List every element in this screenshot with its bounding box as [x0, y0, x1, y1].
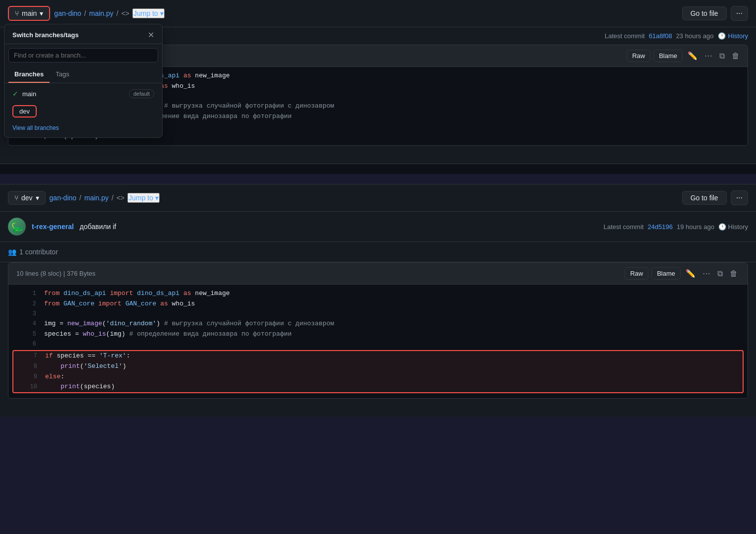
top-toolbar: ⑂ main ▾ gan-dino / main.py / <> Jump to…	[0, 0, 756, 27]
chevron-down-icon: ▾	[40, 9, 43, 17]
dropdown-title: Switch branches/tags	[12, 31, 79, 39]
branch-selector-main[interactable]: ⑂ main ▾	[8, 6, 50, 21]
file-link[interactable]: main.py	[89, 9, 114, 17]
line-1-bot: 1 from dino_ds_api import dino_ds_api as…	[8, 289, 748, 299]
line-4-bot: 4 img = new_image('dino_random') # выгру…	[8, 319, 748, 329]
code-symbol-2: <>	[116, 194, 124, 202]
jump-to-btn-top[interactable]: Jump to ▾	[132, 8, 165, 18]
raw-btn-top[interactable]: Raw	[627, 50, 650, 62]
tab-tags[interactable]: Tags	[50, 66, 75, 83]
branch-icon: ⑂	[15, 9, 19, 17]
repo-link[interactable]: gan-dino	[54, 9, 81, 17]
history-btn-top[interactable]: 🕐 History	[718, 32, 748, 40]
commit-time-bottom: 19 hours ago	[677, 223, 714, 231]
repo-link-2[interactable]: gan-dino	[50, 194, 77, 202]
jump-chevron-icon-2: ▾	[155, 194, 159, 202]
code-symbol: <>	[121, 9, 129, 17]
history-clock-icon-2: 🕐	[718, 223, 726, 231]
contributor-count: 1 contributor	[19, 248, 58, 256]
blame-btn-top[interactable]: Blame	[653, 50, 683, 62]
branch-item-dev: dev	[4, 102, 162, 120]
history-label-bottom: History	[728, 223, 748, 231]
branch-icon-2: ⑂	[14, 194, 18, 202]
line-10-bot: 10 print(species)	[13, 382, 743, 392]
dropdown-tabs: Branches Tags	[4, 66, 162, 83]
more-btn-top[interactable]: ···	[731, 6, 748, 21]
line-5-bot: 5 species = who_is(img) # определение ви…	[8, 329, 748, 340]
line-6-bot: 6	[8, 340, 748, 349]
breadcrumb-top: gan-dino / main.py / <> Jump to ▾	[54, 8, 164, 18]
go-to-file-btn-bottom[interactable]: Go to file	[682, 191, 727, 205]
history-clock-icon: 🕐	[718, 32, 726, 40]
branch-search-input[interactable]	[8, 48, 158, 62]
line-3-bot: 3	[8, 309, 748, 319]
highlighted-code-block: 7 if species == 'T-rex': 8 print('Select…	[12, 350, 744, 393]
sep4: /	[112, 194, 114, 202]
file-link-2[interactable]: main.py	[84, 194, 109, 202]
line-8-bot: 8 print('Selectel')	[13, 361, 743, 372]
default-badge: default	[129, 89, 154, 98]
toolbar-right-top: Go to file ···	[682, 6, 748, 21]
file-size: 376 Bytes	[67, 270, 96, 277]
blame-btn-bottom[interactable]: Blame	[651, 267, 681, 280]
latest-commit-label-top: Latest commit	[605, 32, 645, 40]
contributor-bar: 👥 1 contributor	[0, 242, 756, 262]
edit-icon-bottom[interactable]: ✏️	[684, 267, 698, 280]
copy-icon-top[interactable]: ⧉	[717, 50, 727, 62]
bottom-section: ⑂ dev ▾ gan-dino / main.py / <> Jump to …	[0, 184, 756, 416]
commit-info-bar: 🦕 t-rex-general добавили if Latest commi…	[0, 212, 756, 242]
dropdown-close-btn[interactable]: ✕	[148, 30, 154, 40]
commit-hash-top[interactable]: 61a8f08	[649, 32, 672, 40]
chevron-down-icon-2: ▾	[36, 194, 39, 202]
more-code-icon-top[interactable]: ⋯	[702, 49, 714, 62]
jump-to-btn-bottom[interactable]: Jump to ▾	[127, 193, 160, 203]
more-btn-bottom[interactable]: ···	[731, 190, 748, 205]
branch-name-dev: dev	[21, 194, 33, 202]
sep1: /	[84, 9, 86, 17]
code-actions: Raw Blame ✏️ ⋯ ⧉ 🗑	[625, 267, 740, 280]
commit-author[interactable]: t-rex-general	[32, 223, 74, 231]
branch-name-main: ✓ main	[12, 90, 36, 98]
avatar: 🦕	[8, 218, 26, 236]
top-section: ⑂ main ▾ gan-dino / main.py / <> Jump to…	[0, 0, 756, 164]
jump-to-label-2: Jump to	[128, 194, 153, 202]
sep2: /	[116, 9, 118, 17]
tab-branches[interactable]: Branches	[8, 66, 50, 83]
branch-selector-dev[interactable]: ⑂ dev ▾	[8, 191, 46, 205]
contributor-icon: 👥	[8, 248, 16, 256]
view-all-branches-link[interactable]: View all branches	[4, 120, 162, 135]
bottom-toolbar: ⑂ dev ▾ gan-dino / main.py / <> Jump to …	[0, 184, 756, 212]
delete-icon-bottom[interactable]: 🗑	[728, 267, 740, 280]
commit-message: добавили if	[80, 223, 116, 231]
edit-icon-top[interactable]: ✏️	[686, 49, 699, 62]
dropdown-branch-list: ✓ main default dev View all branches	[4, 83, 162, 137]
file-info-bar: 10 lines (8 sloc) | 376 Bytes Raw Blame …	[8, 263, 748, 285]
branch-item-main[interactable]: ✓ main default	[4, 85, 162, 102]
commit-hash-bottom[interactable]: 24d5196	[647, 223, 673, 231]
copy-icon-bottom[interactable]: ⧉	[715, 267, 725, 280]
line-2-bot: 2 from GAN_core import GAN_core as who_i…	[8, 299, 748, 309]
toolbar-right-bottom: Go to file ···	[682, 190, 748, 205]
branch-name: main	[22, 9, 37, 17]
section-divider	[0, 164, 756, 174]
dropdown-header: Switch branches/tags ✕	[4, 24, 162, 44]
jump-chevron-icon: ▾	[160, 9, 164, 17]
delete-icon-top[interactable]: 🗑	[730, 50, 742, 62]
file-stats: 10 lines (8 sloc) | 376 Bytes	[16, 270, 96, 277]
more-code-icon-bottom[interactable]: ⋯	[700, 267, 712, 280]
dev-badge[interactable]: dev	[12, 105, 37, 118]
code-lines-bottom: 1 from dino_ds_api import dino_ds_api as…	[8, 285, 748, 398]
sep3: /	[79, 194, 81, 202]
breadcrumb-bottom: gan-dino / main.py / <> Jump to ▾	[50, 193, 160, 203]
go-to-file-btn-top[interactable]: Go to file	[682, 6, 727, 20]
file-lines: 10 lines (8 sloc)	[16, 270, 61, 277]
raw-btn-bottom[interactable]: Raw	[625, 267, 648, 280]
check-icon: ✓	[12, 90, 18, 98]
branch-dropdown: Switch branches/tags ✕ Branches Tags ✓ m…	[4, 24, 163, 138]
commit-time-top: 23 hours ago	[676, 32, 714, 40]
line-9-bot: 9 else:	[13, 372, 743, 382]
dropdown-search-area	[4, 44, 162, 66]
code-area-bottom: 10 lines (8 sloc) | 376 Bytes Raw Blame …	[8, 262, 748, 399]
history-btn-bottom[interactable]: 🕐 History	[718, 223, 748, 231]
latest-commit-label-bottom: Latest commit	[603, 223, 643, 231]
